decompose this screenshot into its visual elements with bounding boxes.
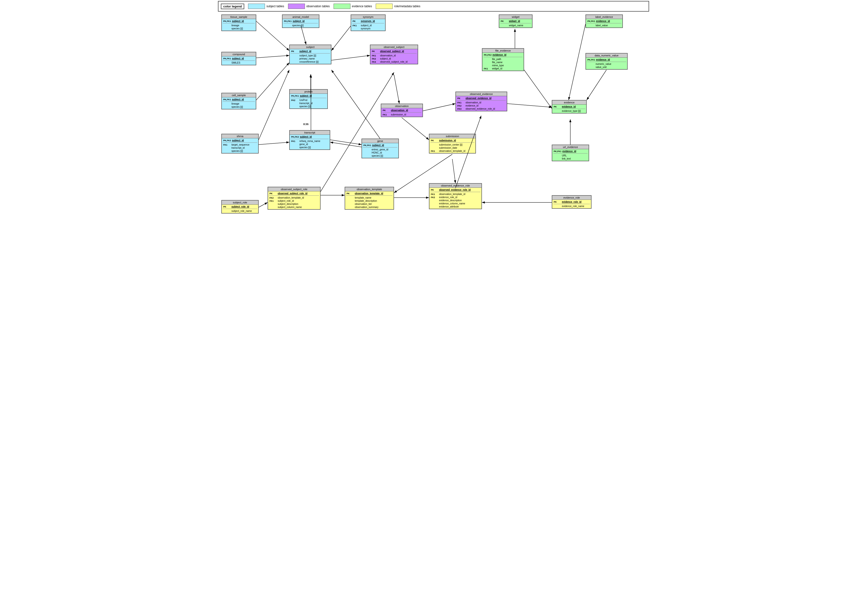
table-protein-header: protein — [290, 90, 327, 94]
table-file-evidence-body: PK,FK2evidence_id file_path file_name mi… — [483, 53, 524, 71]
table-cell-sample-header: cell_sample — [222, 93, 256, 98]
arrow-label-evidence-evidence — [568, 24, 586, 100]
table-submission-body: PKsubmission_id submission_center [||] s… — [430, 138, 475, 153]
table-transcript-body: PK,FK2subject_id FK1refseq_mrna_name gen… — [290, 135, 330, 149]
arrow-subject-role-obs-subject-role — [259, 203, 267, 207]
table-data-numeric-value-header: data_numeric_value — [586, 53, 627, 58]
legend-observation-label: observation tables — [306, 4, 330, 8]
arrow-synonym-subject — [331, 26, 351, 50]
table-file-evidence-header: file_evidence — [483, 49, 524, 53]
table-widget: widget PKwidget_id widget_name — [499, 15, 533, 28]
legend-observation-box — [288, 4, 305, 9]
table-observed-subject-role-header: observed_subject_role — [268, 187, 320, 191]
arrow-submission-observed-evidence-role — [452, 159, 455, 183]
table-subject-header: subject — [290, 45, 331, 49]
arrow-file-evidence-evidence — [524, 70, 552, 108]
table-observation-template: observation_template PKobservation_templ… — [345, 187, 394, 210]
table-subject-role: subject_role PKsubject_role_id subject_r… — [221, 200, 259, 213]
table-file-evidence: file_evidence PK,FK2evidence_id file_pat… — [482, 48, 524, 71]
legend-subject-label: subject tables — [266, 4, 284, 8]
table-observed-evidence-role-header: observed_evidence_role — [430, 183, 481, 188]
arrow-observation-submission — [402, 118, 429, 140]
table-compound: compound PK,FK1subject_id SMILES — [221, 52, 256, 65]
table-url-evidence: url_evidence PK,FK1evidence_id URL link_… — [552, 145, 589, 161]
table-subject: subject PKsubject_id subject_type [||] p… — [289, 44, 331, 64]
table-gene-body: PK,FK1subject_id entrez_gene_id HGNC_id … — [362, 143, 399, 158]
legend-subject: subject tables — [248, 4, 284, 9]
table-observation-template-header: observation_template — [345, 187, 394, 191]
legend-observation: observation tables — [288, 4, 330, 9]
arrow-subject-observed-subject — [331, 55, 370, 60]
table-animal-model: animal_model PK,FK1subject_id species [|… — [282, 15, 319, 28]
legend-evidence-box — [334, 4, 350, 9]
arrow-animal-subject — [301, 25, 306, 44]
table-shrna-body: PK,FK2subject_id FK1target_sequence tran… — [222, 138, 258, 153]
table-compound-body: PK,FK1subject_id SMILES — [222, 56, 256, 65]
table-evidence-role-body: PKevidence_role_id evidence_role_name — [552, 200, 591, 208]
table-observed-subject-role-body: PKobserved_subject_role_id FK2observatio… — [268, 191, 320, 209]
table-observation: observation PKobservation_id FK1submissi… — [381, 104, 423, 117]
table-label-evidence-header: label_evidence — [586, 15, 622, 19]
table-submission-header: submission — [430, 134, 475, 138]
table-compound-header: compound — [222, 52, 256, 56]
table-subject-role-header: subject_role — [222, 201, 258, 205]
table-url-evidence-header: url_evidence — [552, 145, 589, 149]
table-observed-evidence-body: PKobserved_evidence_id FK1observation_id… — [456, 96, 507, 111]
table-subject-role-body: PKsubject_role_id subject_role_name — [222, 205, 258, 213]
table-tissue-sample: tissue_sample PK,FK1subject_id lineage s… — [221, 15, 256, 31]
table-synonym-header: synonym — [351, 15, 385, 19]
table-subject-body: PKsubject_id subject_type [||] primary_n… — [290, 49, 331, 64]
arrow-gene-subject — [331, 70, 380, 139]
table-transcript-header: transcript — [290, 131, 330, 135]
arrow-obs-subject-observation — [394, 75, 399, 104]
table-observation-body: PKobservation_id FK1submission_id — [381, 108, 422, 117]
legend-meta-label: role/metadata tables — [394, 4, 420, 8]
legend-subject-box — [248, 4, 265, 9]
arrow-cell-subject — [256, 63, 289, 100]
table-animal-model-header: animal_model — [282, 15, 319, 19]
legend-meta: role/metadata tables — [376, 4, 420, 9]
table-submission: submission PKsubmission_id submission_ce… — [429, 134, 476, 154]
table-synonym-body: PKsynonym_id FK1subject_id synonym — [351, 19, 385, 31]
table-observation-header: observation — [381, 104, 422, 108]
diagram-container: color legend subject tables observation … — [217, 0, 651, 298]
table-url-evidence-body: PK,FK1evidence_id URL link_text — [552, 149, 589, 161]
table-observed-subject-body: PKobserved_subject_id FK1observation_id … — [371, 49, 418, 64]
table-evidence: evidence PKevidence_id evidence_type [||… — [552, 100, 587, 114]
arrow-shrna-transcript — [259, 142, 289, 145]
table-observed-subject: observed_subject PKobserved_subject_id F… — [370, 44, 418, 64]
arrow-compound-subject — [256, 55, 289, 58]
table-shrna: shrna PK,FK2subject_id FK1target_sequenc… — [221, 134, 259, 154]
table-cell-sample: cell_sample PK,FK1subject_id lineage spe… — [221, 93, 256, 109]
table-shrna-header: shrna — [222, 134, 258, 138]
table-animal-model-body: PK,FK1subject_id species [||] — [282, 19, 319, 28]
table-label-evidence: label_evidence PK,FK1evidence_id label_v… — [586, 15, 623, 28]
table-tissue-sample-body: PK,FK1subject_id lineage species [||] — [222, 19, 256, 31]
arrow-obs-subject-role-obs-subject — [320, 72, 394, 192]
table-protein-body: PK,FK1subject_id FK2UniProt transcript_i… — [290, 94, 327, 108]
table-protein: protein PK,FK1subject_id FK2UniProt tran… — [289, 89, 328, 109]
arrow-shrna-subject — [259, 70, 289, 140]
legend: color legend subject tables observation … — [218, 1, 649, 12]
legend-evidence: evidence tables — [334, 4, 372, 9]
table-label-evidence-body: PK,FK1evidence_id label_value — [586, 19, 622, 28]
table-observed-evidence-role-body: PKobserved_evidence_role_id FK1observati… — [430, 188, 481, 209]
nm-label: n:m — [303, 123, 309, 126]
table-synonym: synonym PKsynonym_id FK1subject_id synon… — [351, 15, 385, 31]
table-gene-header: gene — [362, 139, 399, 143]
arrow-data-numeric-evidence — [587, 70, 607, 100]
table-cell-sample-body: PK,FK1subject_id lineage species [||] — [222, 98, 256, 109]
arrow-observed-evidence-evidence — [507, 104, 552, 107]
table-gene: gene PK,FK1subject_id entrez_gene_id HGN… — [362, 139, 399, 158]
table-observed-evidence: observed_evidence PKobserved_evidence_id… — [455, 92, 507, 111]
table-evidence-header: evidence — [552, 101, 586, 105]
table-observation-template-body: PKobservation_template_id template_name … — [345, 191, 394, 209]
arrow-transcript-gene — [330, 140, 362, 145]
table-transcript: transcript PK,FK2subject_id FK1refseq_mr… — [289, 130, 330, 150]
table-observed-evidence-header: observed_evidence — [456, 92, 507, 96]
table-data-numeric-value: data_numeric_value PK,FK1evidence_id num… — [586, 53, 627, 70]
table-evidence-body: PKevidence_id evidence_type [||] — [552, 105, 586, 113]
table-widget-body: PKwidget_id widget_name — [499, 19, 532, 28]
table-tissue-sample-header: tissue_sample — [222, 15, 256, 19]
table-evidence-role-header: evidence_role — [552, 196, 591, 200]
